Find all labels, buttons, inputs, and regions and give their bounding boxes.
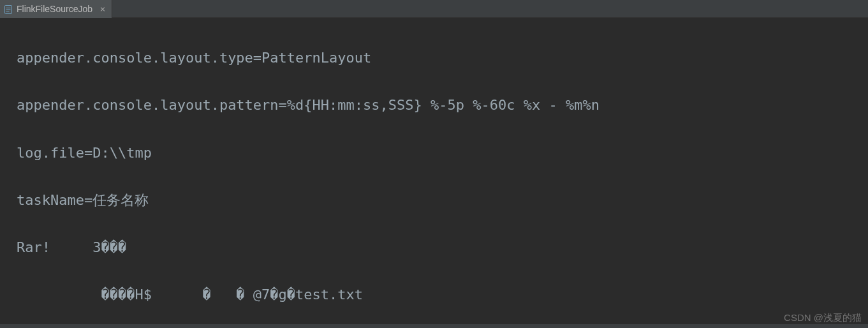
watermark: CSDN @浅夏的猫	[784, 312, 862, 324]
code-line: Rar! 3���	[17, 232, 868, 264]
svg-rect-2	[6, 10, 11, 10]
tab-label: FlinkFileSourceJob	[17, 4, 92, 14]
code-line: appender.console.layout.pattern=%d{HH:mm…	[17, 89, 868, 121]
file-icon	[4, 4, 13, 13]
code-line: ����H$ � � @7�g�test.txt	[17, 279, 868, 311]
tab-bar: FlinkFileSourceJob ×	[0, 0, 868, 18]
status-bar	[0, 324, 868, 328]
code-line: taskName=任务名称	[17, 184, 868, 216]
code-line: log.file=D:\\tmp	[17, 137, 868, 169]
svg-rect-3	[6, 11, 10, 11]
code-line: appender.console.layout.type=PatternLayo…	[17, 42, 868, 74]
tab-flinkfilesourcejob[interactable]: FlinkFileSourceJob ×	[0, 0, 112, 18]
close-icon[interactable]: ×	[99, 5, 107, 13]
editor-content[interactable]: appender.console.layout.type=PatternLayo…	[0, 18, 868, 328]
svg-rect-1	[6, 8, 11, 8]
